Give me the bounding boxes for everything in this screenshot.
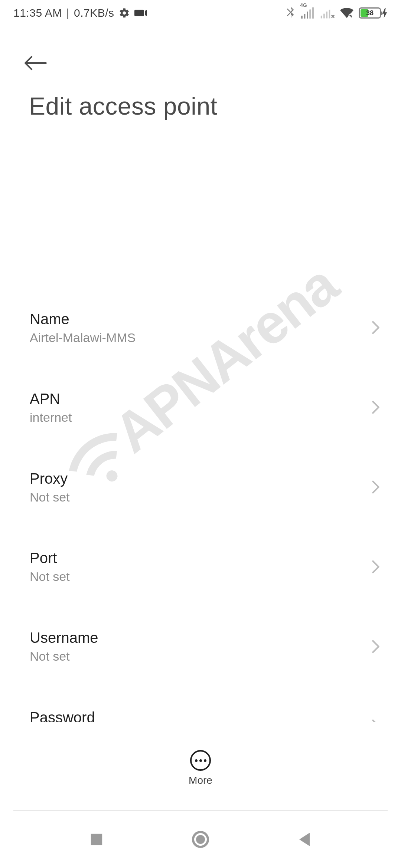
chevron-right-icon bbox=[371, 480, 380, 494]
apn-row-proxy[interactable]: Proxy Not set bbox=[0, 458, 401, 517]
row-value: internet bbox=[30, 410, 360, 425]
circle-icon bbox=[192, 831, 209, 848]
status-left: 11:35 AM | 0.7KB/s bbox=[13, 7, 147, 19]
row-value: Not set bbox=[30, 569, 360, 584]
row-label: Name bbox=[30, 310, 360, 328]
chevron-right-icon bbox=[371, 560, 380, 574]
nav-back-button[interactable] bbox=[290, 825, 319, 854]
triangle-left-icon bbox=[298, 832, 311, 847]
camera-icon bbox=[134, 9, 147, 17]
bluetooth-icon bbox=[287, 7, 295, 19]
status-right: 4G 38 bbox=[287, 7, 388, 19]
square-icon bbox=[89, 832, 104, 846]
status-net-speed: 0.7KB/s bbox=[74, 7, 114, 19]
apn-row-username[interactable]: Username Not set bbox=[0, 617, 401, 676]
nav-recent-button[interactable] bbox=[82, 825, 111, 854]
battery-percentage: 38 bbox=[360, 9, 380, 17]
chevron-right-icon bbox=[371, 320, 380, 335]
chevron-right-icon bbox=[371, 640, 380, 654]
chevron-right-icon bbox=[371, 400, 380, 414]
more-label: More bbox=[189, 775, 212, 786]
battery-indicator: 38 bbox=[359, 7, 388, 19]
row-label: Port bbox=[30, 549, 360, 567]
row-label: Proxy bbox=[30, 470, 360, 487]
nav-home-button[interactable] bbox=[186, 825, 215, 854]
row-value: Not set bbox=[30, 490, 360, 505]
apn-row-password[interactable]: Password Not set bbox=[0, 697, 401, 722]
more-icon bbox=[190, 750, 211, 771]
row-label: Username bbox=[30, 629, 360, 647]
arrow-left-icon bbox=[24, 55, 47, 71]
svg-rect-1 bbox=[91, 834, 102, 845]
row-label: APN bbox=[30, 390, 360, 408]
charging-icon bbox=[382, 8, 388, 18]
apn-row-port[interactable]: Port Not set bbox=[0, 537, 401, 596]
row-value: Not set bbox=[30, 649, 360, 664]
status-time: 11:35 AM bbox=[13, 7, 62, 19]
navigation-bar bbox=[0, 811, 401, 868]
apn-row-name[interactable]: Name Airtel-Malawi-MMS bbox=[0, 298, 401, 357]
more-button[interactable]: More bbox=[0, 750, 401, 786]
page-title: Edit access point bbox=[29, 92, 217, 120]
gear-icon bbox=[119, 7, 130, 19]
status-separator: | bbox=[66, 7, 69, 19]
back-button[interactable] bbox=[21, 48, 50, 78]
settings-list: Name Airtel-Malawi-MMS APN internet Prox… bbox=[0, 149, 401, 722]
signal-net-type: 4G bbox=[300, 2, 307, 8]
signal-4g-icon: 4G bbox=[300, 7, 315, 19]
chevron-right-icon bbox=[371, 719, 380, 722]
svg-point-3 bbox=[196, 835, 205, 844]
signal-nosim-icon bbox=[320, 7, 335, 19]
apn-row-apn[interactable]: APN internet bbox=[0, 378, 401, 437]
row-label: Password bbox=[30, 708, 360, 722]
row-value: Airtel-Malawi-MMS bbox=[30, 330, 360, 345]
status-bar: 11:35 AM | 0.7KB/s 4G 38 bbox=[0, 0, 401, 26]
wifi-icon bbox=[340, 7, 353, 19]
